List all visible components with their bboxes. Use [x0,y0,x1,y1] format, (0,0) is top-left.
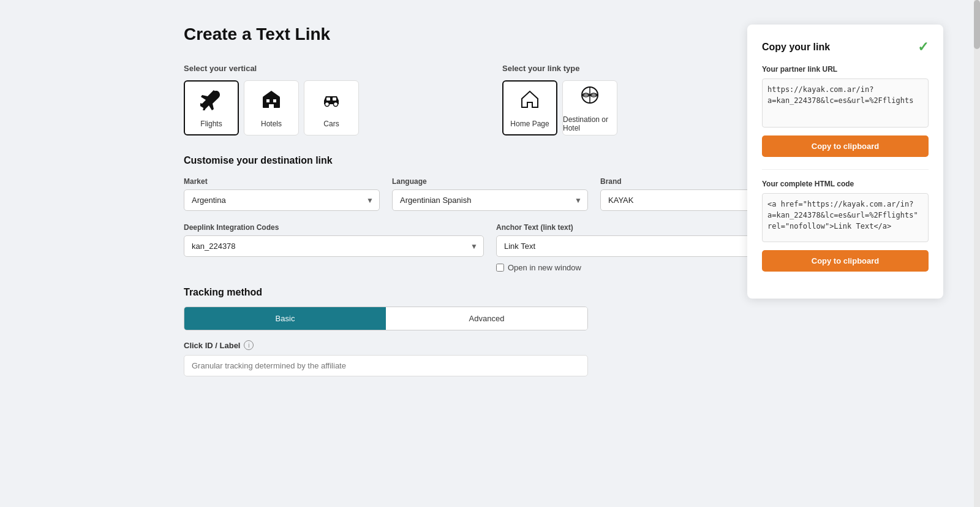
check-icon: ✓ [918,39,929,55]
market-label: Market [184,177,380,186]
language-select[interactable]: Argentinian Spanish [392,189,588,211]
vertical-section-label: Select your vertical [184,64,478,73]
cars-label: Cars [323,120,339,128]
link-type-homepage[interactable]: Home Page [502,80,557,135]
customise-title: Customise your destination link [184,155,796,166]
deeplink-label: Deeplink Integration Codes [184,223,484,232]
vertical-flights[interactable]: Flights [184,80,239,135]
svg-rect-2 [273,99,276,102]
language-group: Language Argentinian Spanish ▼ [392,177,588,211]
tracking-toggle: Basic Advanced [184,307,588,330]
partner-url-label: Your partner link URL [762,65,929,74]
tracking-title: Tracking method [184,287,796,298]
scrollbar-track [974,0,980,507]
homepage-icon [519,88,541,115]
destination-icon [579,84,601,110]
svg-rect-7 [333,97,336,101]
market-language-brand-row: Market Argentina ▼ Language Argentinian … [184,177,796,211]
open-new-window-checkbox[interactable] [496,264,504,272]
language-select-wrapper: Argentinian Spanish ▼ [392,189,588,211]
html-code-label: Your complete HTML code [762,180,929,188]
destination-label: Destination or Hotel [563,115,617,132]
page-title: Create a Text Link [184,25,796,44]
html-code-textarea[interactable] [762,193,929,242]
language-label: Language [392,177,588,186]
open-new-window-label: Open in new window [508,263,581,272]
svg-rect-3 [269,104,274,108]
deeplink-select-wrapper: kan_224378 ▼ [184,235,484,257]
vertical-cards: Flights Hotels [184,80,478,135]
hotels-label: Hotels [261,120,282,128]
svg-rect-1 [266,99,270,102]
flights-label: Flights [200,120,222,128]
deeplink-select[interactable]: kan_224378 [184,235,484,257]
deeplink-group: Deeplink Integration Codes kan_224378 ▼ [184,223,484,272]
click-id-input[interactable] [184,355,588,376]
partner-url-textarea[interactable] [762,78,929,128]
homepage-label: Home Page [510,120,549,128]
copy-panel-header: Copy your link ✓ [762,39,929,55]
click-id-label: Click ID / Label [184,341,240,350]
market-select[interactable]: Argentina [184,189,380,211]
market-select-wrapper: Argentina ▼ [184,189,380,211]
market-group: Market Argentina ▼ [184,177,380,211]
svg-point-4 [325,102,330,106]
click-id-row: Click ID / Label i [184,340,796,350]
link-type-destination[interactable]: Destination or Hotel [562,80,617,135]
click-id-info-icon[interactable]: i [244,340,254,350]
advanced-tracking-btn[interactable]: Advanced [386,307,587,330]
basic-tracking-btn[interactable]: Basic [184,307,386,330]
vertical-hotels[interactable]: Hotels [244,80,299,135]
copy-html-btn[interactable]: Copy to clipboard [762,250,929,272]
svg-point-5 [334,102,338,106]
copy-panel-title: Copy your link [762,42,830,53]
copy-panel: Copy your link ✓ Your partner link URL C… [747,25,943,299]
flights-icon [200,88,222,115]
vertical-cars[interactable]: Cars [304,80,359,135]
copy-url-btn[interactable]: Copy to clipboard [762,135,929,157]
cars-icon [320,88,342,115]
deeplink-anchor-row: Deeplink Integration Codes kan_224378 ▼ … [184,223,796,272]
scrollbar-thumb[interactable] [974,0,980,49]
hotels-icon [260,88,282,115]
svg-rect-6 [326,97,330,101]
